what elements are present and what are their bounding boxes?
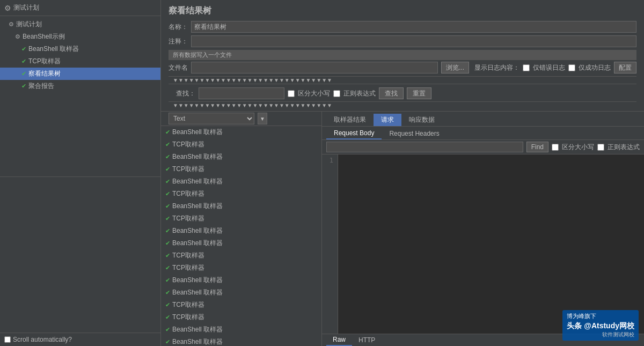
error-log-label: 仅错误日志 [533,63,565,72]
filename-label: 文件名 [169,63,188,72]
list-item[interactable]: ✔BeanShell 取样器 [161,323,321,336]
sidebar-item-beanshell-sampler-0[interactable]: ✔BeanShell 取样器 [0,43,160,55]
sidebar-tree: ⚙测试计划⚙BeanShell示例✔BeanShell 取样器✔TCP取样器✔察… [0,16,160,176]
regex-checkbox[interactable] [333,90,340,97]
line-numbers: 1 [322,154,338,334]
sampler-list [0,176,160,333]
check-icon: ✔ [165,326,170,333]
filename-row: 文件名 浏览... 显示日志内容： 仅错误日志 仅成功日志 配置 [169,62,636,73]
check-icon: ✔ [165,190,170,197]
editor-content[interactable] [338,154,644,334]
search-input[interactable] [199,87,284,99]
check-icon: ✔ [21,46,26,53]
find-regex-checkbox[interactable] [597,144,604,151]
list-item[interactable]: ✔TCP取样器 [161,299,321,311]
find-button[interactable]: Find [526,142,548,152]
check-icon: ✔ [165,166,170,173]
list-item-label: TCP取样器 [172,251,204,260]
sidebar-item-view-results-tree[interactable]: ✔察看结果树 [0,68,160,80]
list-item-label: BeanShell 取样器 [172,177,223,186]
find-regex-label: 正则表达式 [608,143,640,152]
list-item[interactable]: ✔TCP取样器 [161,262,321,274]
list-item[interactable]: ✔TCP取样器 [161,163,321,175]
sidebar-item-label: 测试计划 [16,20,42,29]
sidebar-item-label: TCP取样器 [28,57,61,66]
name-input[interactable] [191,21,636,33]
check-icon: ✔ [21,58,26,65]
scroll-auto-checkbox[interactable] [4,336,11,343]
tab-sampler-results[interactable]: 取样器结果 [326,114,374,126]
sidebar-item-test-plan[interactable]: ⚙测试计划 [0,18,160,31]
list-item[interactable]: ✔TCP取样器 [161,188,321,200]
check-icon: ✔ [165,141,170,148]
collapse-arrow-2[interactable]: ▼▼▼▼▼▼▼▼▼▼▼▼▼▼▼▼▼▼▼▼▼▼▼▼▼▼▼▼▼▼ [169,102,336,108]
sub-tab-request-body[interactable]: Request Body [326,128,382,139]
list-item[interactable]: ✔BeanShell 取样器 [161,175,321,188]
search-label: 查找： [176,89,195,98]
list-item[interactable]: ✔BeanShell 取样器 [161,286,321,299]
list-item[interactable]: ✔TCP取样器 [161,138,321,151]
dropdown-arrow[interactable]: ▼ [258,113,267,124]
case-sensitive-checkbox[interactable] [288,90,295,97]
sub-tab-request-headers[interactable]: Request Headers [382,128,447,139]
sidebar-item-beanshell-example[interactable]: ⚙BeanShell示例 [0,31,160,43]
list-item-label: BeanShell 取样器 [172,128,223,137]
sidebar-header: ⚙ 测试计划 [0,0,160,16]
list-item[interactable]: ✔BeanShell 取样器 [161,237,321,249]
find-bar: Find 区分大小写 正则表达式 [322,140,644,154]
two-panel: Text ▼ ✔BeanShell 取样器✔TCP取样器✔BeanShell 取… [161,112,644,346]
check-icon: ✔ [165,264,170,271]
sidebar-item-aggregate-report[interactable]: ✔聚合报告 [0,80,160,92]
list-item[interactable]: ✔BeanShell 取样器 [161,225,321,237]
list-item[interactable]: ✔TCP取样器 [161,311,321,323]
list-item[interactable]: ✔TCP取样器 [161,212,321,225]
list-item-label: TCP取样器 [172,300,204,310]
list-item[interactable]: ✔BeanShell 取样器 [161,126,321,138]
list-item-label: TCP取样器 [172,165,204,174]
reset-button[interactable]: 重置 [407,87,431,99]
comment-input[interactable] [191,35,636,47]
sidebar-title: 测试计划 [13,3,39,12]
filename-input[interactable] [191,62,438,73]
list-item[interactable]: ✔TCP取样器 [161,249,321,262]
log-content-label: 显示日志内容： [474,63,519,72]
list-item-label: BeanShell 取样器 [172,325,223,334]
success-log-checkbox[interactable] [568,64,575,71]
page-title: 察看结果树 [169,5,636,17]
right-panel: 取样器结果 请求 响应数据 Request Body Request Heade… [322,112,644,346]
find-input[interactable] [326,142,523,152]
find-case-sensitive-label: 区分大小写 [562,143,594,152]
bottom-tab-http[interactable]: HTTP [352,335,382,345]
list-item[interactable]: ✔BeanShell 取样器 [161,336,321,346]
list-item[interactable]: ✔BeanShell 取样器 [161,274,321,286]
check-icon: ✔ [165,129,170,136]
find-case-sensitive-checkbox[interactable] [552,144,559,151]
content-editor: 1 [322,154,644,334]
tab-request[interactable]: 请求 [374,114,401,126]
comment-row: 注释： [169,35,636,47]
collapse-arrow-1[interactable]: ▼▼▼▼▼▼▼▼▼▼▼▼▼▼▼▼▼▼▼▼▼▼▼▼▼▼▼▼▼▼ [169,77,336,83]
tab-response-data[interactable]: 响应数据 [401,114,442,126]
left-panel: Text ▼ ✔BeanShell 取样器✔TCP取样器✔BeanShell 取… [161,112,322,346]
list-item[interactable]: ✔BeanShell 取样器 [161,151,321,163]
check-icon: ✔ [21,83,26,90]
list-item-label: TCP取样器 [172,189,204,198]
check-icon: ✔ [165,252,170,259]
browse-button[interactable]: 浏览... [441,62,469,73]
check-icon: ✔ [165,314,170,321]
section-bar: 所有数据写入一个文件 [169,50,636,60]
list-item[interactable]: ✔BeanShell 取样器 [161,200,321,212]
search-button[interactable]: 查找 [379,87,404,99]
bottom-tab-raw[interactable]: Raw [326,334,352,346]
bottom-tabs: Raw HTTP [322,334,644,346]
check-icon: ✔ [165,301,170,308]
sidebar-item-tcp-sampler-0[interactable]: ✔TCP取样器 [0,55,160,68]
filter-select[interactable]: Text [169,113,254,124]
list-item-label: TCP取样器 [172,263,204,273]
error-log-checkbox[interactable] [523,64,530,71]
request-sub-tabs: Request Body Request Headers [322,127,644,140]
list-item-label: BeanShell 取样器 [172,226,223,235]
configure-button[interactable]: 配置 [614,62,636,73]
success-log-label: 仅成功日志 [579,63,611,72]
check-icon: ✔ [165,203,170,210]
